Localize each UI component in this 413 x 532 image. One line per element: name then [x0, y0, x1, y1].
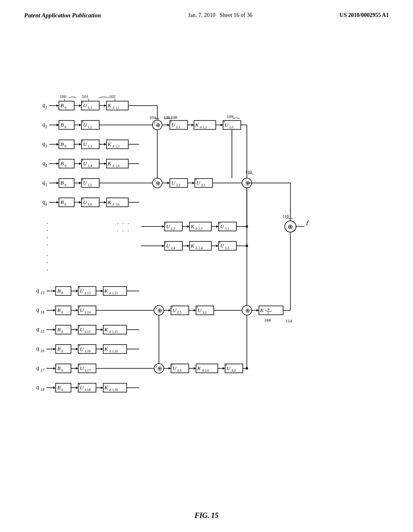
svg-text:B: B — [57, 365, 60, 371]
svg-text:·: · — [46, 260, 48, 266]
svg-text:y: y — [154, 121, 156, 125]
svg-marker-311 — [53, 387, 56, 389]
svg-text:1,3: 1,3 — [88, 144, 92, 148]
svg-text:1,6: 1,6 — [115, 203, 119, 206]
svg-text:U: U — [83, 180, 88, 186]
svg-text:U: U — [171, 122, 176, 128]
svg-text:U: U — [173, 307, 177, 313]
svg-text:U: U — [80, 365, 84, 371]
svg-text:·: · — [46, 235, 48, 241]
svg-text:U: U — [166, 223, 171, 229]
svg-text:3,2: 3,2 — [225, 246, 229, 250]
ref-102: 102 — [109, 94, 116, 99]
svg-marker-236 — [53, 328, 56, 331]
kd11-text: K — [107, 102, 112, 108]
svg-text:·: · — [46, 220, 48, 227]
svg-text:2,4: 2,4 — [198, 246, 202, 250]
svg-text:·: · — [127, 228, 129, 234]
svg-text:x: x — [82, 178, 83, 181]
svg-text:x: x — [82, 120, 83, 123]
date: Jan. 7, 2010 — [188, 12, 215, 18]
arrow1 — [56, 104, 59, 107]
svg-text:2,1: 2,1 — [176, 125, 180, 129]
svg-text:U: U — [225, 122, 229, 128]
svg-text:q: q — [36, 365, 39, 371]
svg-text:1,5: 1,5 — [88, 183, 92, 187]
b0-text-r1: B — [60, 102, 64, 108]
svg-text:U: U — [220, 223, 225, 229]
page-header: Patent Application Publication Jan. 7, 2… — [0, 0, 413, 19]
svg-text:B: B — [60, 141, 64, 147]
u11-x: x — [82, 100, 83, 104]
curve-101 — [69, 97, 77, 98]
svg-marker-124 — [104, 201, 106, 204]
date-sheet: Jan. 7, 2010 Sheet 16 of 36 — [188, 12, 252, 19]
svg-text:K: K — [104, 288, 108, 294]
ref-101: 101 — [82, 94, 89, 99]
svg-marker-316 — [76, 387, 78, 389]
svg-text:0: 0 — [61, 330, 63, 334]
ref-104: 104 — [149, 115, 156, 120]
svg-text:U: U — [171, 180, 176, 186]
svg-text:y: y — [170, 120, 172, 123]
svg-marker-241 — [76, 328, 78, 331]
svg-marker-281 — [76, 367, 78, 370]
svg-text:1,6: 1,6 — [88, 202, 92, 206]
svg-text:x: x — [79, 305, 80, 309]
svg-text:q: q — [42, 141, 45, 147]
svg-text:·: · — [46, 242, 48, 249]
svg-marker-163 — [187, 245, 190, 247]
circuit-diagram: text { font-family: 'Times New Roman', T… — [24, 40, 387, 504]
svg-text:q: q — [42, 179, 45, 185]
svg-text:1,18: 1,18 — [84, 388, 91, 392]
svg-text:q: q — [36, 384, 39, 390]
svg-marker-141 — [162, 225, 165, 228]
svg-text:y: y — [155, 364, 157, 368]
svg-text:K: K — [104, 346, 108, 352]
svg-text:15: 15 — [40, 329, 44, 334]
arrow2 — [79, 104, 81, 107]
svg-text:U: U — [80, 346, 84, 352]
svg-marker-247 — [101, 328, 103, 331]
svg-marker-25 — [167, 124, 170, 126]
svg-marker-276 — [53, 367, 56, 370]
svg-text:U: U — [80, 326, 84, 332]
svg-text:·: · — [117, 221, 119, 227]
svg-marker-47 — [79, 143, 81, 145]
u11-sub: 1,1 — [88, 106, 92, 110]
svg-text:1,18: 1,18 — [112, 388, 118, 392]
svg-text:2,1: 2,1 — [203, 125, 207, 129]
svg-text:x: x — [219, 241, 221, 244]
svg-marker-200 — [53, 309, 56, 312]
svg-text:U: U — [83, 160, 88, 166]
svg-text:5: 5 — [45, 183, 47, 187]
svg-text:·: · — [122, 221, 124, 227]
svg-marker-219 — [194, 309, 196, 312]
svg-text:14: 14 — [40, 310, 44, 314]
svg-text:2,3: 2,3 — [171, 227, 175, 231]
svg-marker-261 — [76, 348, 78, 350]
ref-114: 114 — [286, 318, 292, 323]
curve-102 — [99, 97, 109, 98]
svg-text:1,16: 1,16 — [84, 349, 91, 353]
svg-text:B: B — [57, 307, 60, 313]
svg-text:x: x — [225, 363, 227, 367]
svg-text:K: K — [104, 384, 108, 391]
svg-text:2,4: 2,4 — [171, 246, 175, 250]
svg-text:y: y — [165, 241, 167, 244]
svg-text:4: 4 — [45, 163, 47, 168]
ref-100: 100 — [60, 94, 67, 99]
svg-text:·: · — [46, 267, 48, 274]
svg-text:U: U — [80, 288, 84, 294]
svg-text:x: x — [223, 120, 225, 123]
svg-text:2,6: 2,6 — [205, 369, 209, 372]
kd11-subsub: 1,1 — [115, 106, 119, 110]
svg-text:y: y — [154, 179, 156, 183]
svg-text:⊕: ⊕ — [156, 180, 161, 186]
svg-marker-214 — [169, 309, 171, 312]
svg-marker-87 — [79, 182, 81, 184]
svg-text:1,16: 1,16 — [112, 349, 118, 353]
svg-text:0: 0 — [65, 164, 67, 168]
svg-text:⊕: ⊕ — [157, 308, 162, 314]
svg-text:U: U — [83, 141, 88, 147]
